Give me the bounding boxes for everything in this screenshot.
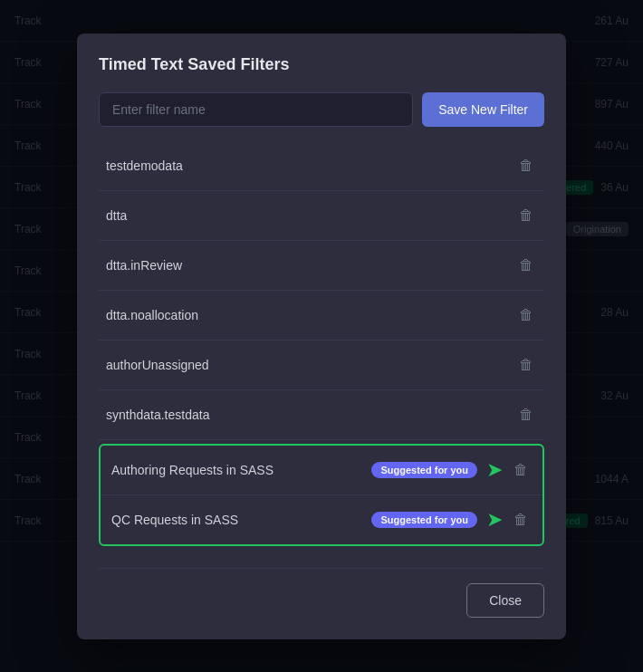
filter-list: testdemodata 🗑 dtta 🗑 dtta.inReview 🗑 dt… bbox=[99, 141, 544, 550]
modal-title: Timed Text Saved Filters bbox=[99, 55, 544, 74]
modal-container: Timed Text Saved Filters Save New Filter… bbox=[77, 34, 566, 639]
filter-item-name: Authoring Requests in SASS bbox=[111, 463, 362, 477]
filter-item-name: QC Requests in SASS bbox=[111, 513, 362, 527]
list-item: dtta.noallocation 🗑 bbox=[99, 291, 544, 341]
filter-item-name: testdemodata bbox=[106, 158, 515, 173]
filter-item-name: dtta.inReview bbox=[106, 258, 515, 273]
delete-icon[interactable]: 🗑 bbox=[515, 403, 537, 427]
delete-icon[interactable]: 🗑 bbox=[515, 154, 537, 178]
delete-icon[interactable]: 🗑 bbox=[515, 303, 537, 327]
close-button[interactable]: Close bbox=[466, 583, 544, 618]
suggested-for-you-badge: Suggested for you bbox=[371, 462, 477, 478]
list-item: Authoring Requests in SASS Suggested for… bbox=[101, 446, 542, 495]
modal-footer: Close bbox=[99, 568, 544, 618]
delete-icon[interactable]: 🗑 bbox=[515, 254, 537, 277]
filter-item-name: authorUnassigned bbox=[106, 358, 515, 372]
arrow-right-icon: ➤ bbox=[486, 508, 503, 532]
list-item: QC Requests in SASS Suggested for you ➤ … bbox=[101, 495, 542, 544]
suggested-for-you-badge: Suggested for you bbox=[371, 512, 477, 528]
filter-item-name: dtta.noallocation bbox=[106, 308, 515, 322]
delete-icon[interactable]: 🗑 bbox=[515, 353, 537, 377]
filter-item-name: synthdata.testdata bbox=[106, 408, 515, 422]
save-new-filter-button[interactable]: Save New Filter bbox=[422, 92, 544, 127]
list-item: testdemodata 🗑 bbox=[99, 141, 544, 191]
filter-name-input[interactable] bbox=[99, 92, 413, 127]
filter-item-name: dtta bbox=[106, 208, 515, 223]
filter-input-row: Save New Filter bbox=[99, 92, 544, 127]
suggested-filters-section: Authoring Requests in SASS Suggested for… bbox=[99, 444, 544, 546]
delete-icon[interactable]: 🗑 bbox=[515, 204, 537, 227]
list-item: dtta.inReview 🗑 bbox=[99, 241, 544, 291]
arrow-right-icon: ➤ bbox=[486, 458, 503, 482]
delete-icon[interactable]: 🗑 bbox=[510, 508, 532, 532]
delete-icon[interactable]: 🗑 bbox=[510, 458, 532, 482]
list-item: dtta 🗑 bbox=[99, 191, 544, 241]
list-item: authorUnassigned 🗑 bbox=[99, 341, 544, 390]
list-item: synthdata.testdata 🗑 bbox=[99, 390, 544, 440]
